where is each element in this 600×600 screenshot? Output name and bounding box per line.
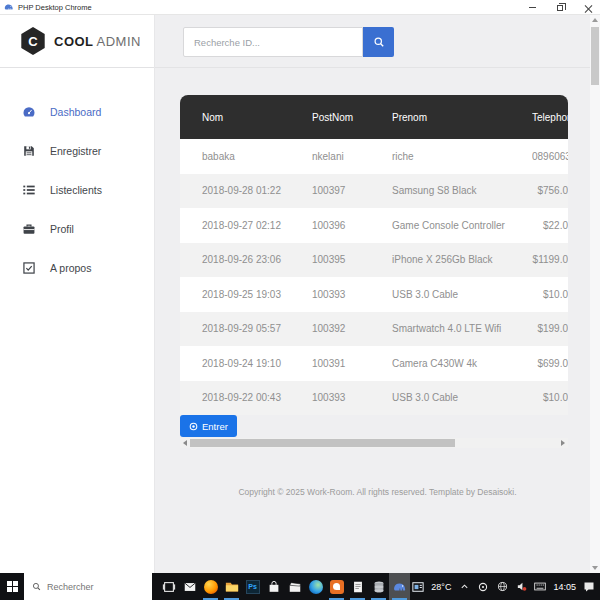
search-input[interactable] [183, 27, 363, 57]
main-content: Nom PostNom Prenom Telephon babaka nkela… [155, 15, 600, 573]
scroll-right-icon[interactable] [558, 438, 568, 448]
windows-logo-icon [7, 581, 18, 592]
cell-telephone: $756.0 [532, 185, 568, 196]
horizontal-scrollbar[interactable] [180, 438, 568, 448]
table-row: 2018-09-26 23:06 100395 iPhone X 256Gb B… [180, 243, 568, 278]
system-tray: 28°C 14:05 [412, 573, 600, 600]
cell-postnom: 100393 [312, 289, 392, 300]
cell-postnom: 100393 [312, 392, 392, 403]
sidebar-item-dashboard[interactable]: Dashboard [0, 92, 154, 131]
database-icon[interactable] [368, 573, 389, 600]
scroll-down-icon[interactable] [592, 566, 598, 570]
column-header-telephone: Telephon [532, 112, 568, 123]
column-header-postnom: PostNom [312, 112, 392, 123]
file-explorer-icon[interactable] [221, 573, 242, 600]
cell-postnom: 100395 [312, 254, 392, 265]
maximize-icon[interactable] [554, 2, 566, 14]
enter-button[interactable]: Entrer [180, 415, 237, 437]
cell-prenom: Game Console Controller [392, 220, 532, 231]
taskbar-search-input[interactable] [47, 582, 137, 592]
briefcase-icon [22, 222, 36, 236]
cell-nom: 2018-09-24 19:10 [180, 358, 312, 369]
edge-icon[interactable] [305, 573, 326, 600]
sidebar-item-label: A propos [50, 262, 91, 274]
cell-prenom: USB 3.0 Cable [392, 392, 532, 403]
mail-icon[interactable] [179, 573, 200, 600]
horizontal-scroll-track[interactable] [190, 438, 558, 448]
minimize-icon[interactable] [526, 2, 538, 14]
cell-telephone: $199.0 [532, 323, 568, 334]
scroll-left-icon[interactable] [180, 438, 190, 448]
clock-readout[interactable]: 14:05 [553, 582, 576, 592]
cell-prenom: Camera C430W 4k [392, 358, 532, 369]
check-square-icon [22, 261, 36, 275]
cell-nom: 2018-09-26 23:06 [180, 254, 312, 265]
table-row: 2018-09-22 00:43 100393 USB 3.0 Cable $1… [180, 381, 568, 416]
cell-nom: 2018-09-29 05:57 [180, 323, 312, 334]
cell-telephone: 089606334 [532, 151, 568, 162]
sidebar-item-enregistrer[interactable]: Enregistrer [0, 131, 154, 170]
tachometer-icon [22, 105, 36, 119]
cell-postnom: 100397 [312, 185, 392, 196]
text-editor-icon[interactable] [347, 573, 368, 600]
keyboard-icon[interactable] [534, 581, 546, 593]
cell-nom: 2018-09-27 02:12 [180, 220, 312, 231]
xampp-icon[interactable] [326, 573, 347, 600]
search-button[interactable] [363, 27, 394, 57]
chevron-up-icon[interactable] [458, 581, 470, 593]
column-header-nom: Nom [180, 112, 312, 123]
taskbar-app-icons: Ps [158, 573, 410, 600]
table-row: 2018-09-28 01:22 100397 Samsung S8 Black… [180, 174, 568, 209]
table-row: 2018-09-29 05:57 100392 Smartwatch 4.0 L… [180, 312, 568, 347]
horizontal-scroll-thumb[interactable] [190, 439, 455, 447]
cell-prenom: Samsung S8 Black [392, 185, 532, 196]
brand-name: COOLADMIN [54, 34, 141, 49]
news-weather-icon[interactable] [412, 581, 424, 593]
php-elephant-icon[interactable] [389, 573, 410, 600]
cell-nom: babaka [180, 151, 312, 162]
scroll-up-icon[interactable] [590, 15, 600, 25]
table-row: 2018-09-25 19:03 100393 USB 3.0 Cable $1… [180, 277, 568, 312]
cell-prenom: riche [392, 151, 532, 162]
sidebar-nav: Dashboard Enregistrer [0, 68, 154, 287]
sidebar-item-profil[interactable]: Profil [0, 209, 154, 248]
taskbar-search[interactable] [24, 573, 152, 600]
windows-taskbar: Ps 28°C [0, 573, 600, 600]
cell-prenom: USB 3.0 Cable [392, 289, 532, 300]
video-app-icon[interactable] [284, 573, 305, 600]
cell-postnom: 100391 [312, 358, 392, 369]
window-controls [526, 0, 594, 15]
store-icon[interactable] [263, 573, 284, 600]
sidebar-item-label: Profil [50, 223, 74, 235]
sidebar-item-apropos[interactable]: A propos [0, 248, 154, 287]
status-dot-icon[interactable] [477, 581, 489, 593]
cell-telephone: $1199.0 [532, 254, 568, 265]
speaker-muted-icon[interactable] [515, 581, 527, 593]
photoshop-icon[interactable]: Ps [242, 573, 263, 600]
sidebar-item-label: Enregistrer [50, 145, 101, 157]
list-icon [22, 183, 36, 197]
cell-postnom: nkelani [312, 151, 392, 162]
sidebar-item-listeclients[interactable]: Listeclients [0, 170, 154, 209]
cell-telephone: $22.0 [532, 220, 568, 231]
enter-button-label: Entrer [202, 421, 228, 432]
sidebar-item-label: Listeclients [50, 184, 102, 196]
brand-logo: C COOLADMIN [0, 15, 154, 68]
sidebar: C COOLADMIN Dashboard [0, 15, 155, 573]
clients-table: Nom PostNom Prenom Telephon babaka nkela… [180, 95, 568, 415]
start-button[interactable] [0, 573, 24, 600]
cell-prenom: Smartwatch 4.0 LTE Wifi [392, 323, 532, 334]
close-icon[interactable] [582, 2, 594, 14]
table-row: 2018-09-27 02:12 100396 Game Console Con… [180, 208, 568, 243]
table-header-row: Nom PostNom Prenom Telephon [180, 95, 568, 139]
firefox-icon[interactable] [200, 573, 221, 600]
vertical-scroll-thumb[interactable] [591, 27, 599, 85]
window-title: PHP Desktop Chrome [18, 3, 92, 12]
target-circle-icon [189, 422, 198, 431]
globe-icon[interactable] [496, 581, 508, 593]
action-center-icon[interactable] [583, 581, 595, 593]
vertical-scrollbar[interactable] [590, 15, 600, 573]
task-view-icon[interactable] [158, 573, 179, 600]
temperature-readout[interactable]: 28°C [431, 582, 451, 592]
search-icon [32, 582, 41, 591]
